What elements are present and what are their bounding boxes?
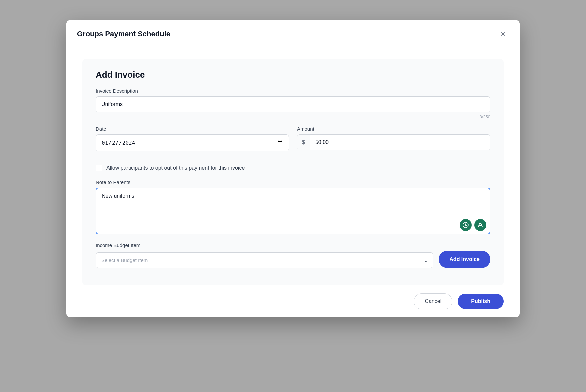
note-group: Note to Parents New uniforms!: [96, 179, 490, 236]
amount-label: Amount: [297, 126, 490, 132]
budget-select[interactable]: Select a Budget Item: [96, 252, 433, 268]
close-button[interactable]: ×: [497, 28, 509, 40]
form-card: Add Invoice Invoice Description 8/250 Da…: [82, 59, 504, 285]
amount-group: Amount $: [297, 126, 490, 151]
amount-wrapper: $: [297, 134, 490, 150]
close-icon: ×: [501, 29, 505, 39]
textarea-icons: [460, 219, 486, 231]
invoice-description-label: Invoice Description: [96, 88, 490, 94]
add-invoice-button[interactable]: Add Invoice: [439, 251, 490, 268]
svg-point-1: [465, 224, 466, 226]
modal-body: Add Invoice Invoice Description 8/250 Da…: [66, 48, 520, 285]
cancel-button[interactable]: Cancel: [414, 293, 452, 309]
opt-out-label: Allow participants to opt out of this pa…: [106, 165, 245, 171]
date-input[interactable]: [96, 134, 289, 151]
grammar-icon[interactable]: [474, 219, 486, 231]
invoice-description-group: Invoice Description 8/250: [96, 88, 490, 119]
amount-input[interactable]: [310, 135, 490, 150]
date-label: Date: [96, 126, 289, 132]
modal: Groups Payment Schedule × Add Invoice In…: [66, 20, 520, 317]
opt-out-checkbox[interactable]: [96, 165, 102, 171]
invoice-description-input[interactable]: [96, 96, 490, 112]
modal-title: Groups Payment Schedule: [77, 30, 170, 38]
textarea-wrapper: New uniforms!: [96, 188, 490, 236]
date-group: Date: [96, 126, 289, 151]
char-count: 8/250: [96, 114, 490, 119]
ai-icon[interactable]: [460, 219, 472, 231]
budget-row: Select a Budget Item ⌄ Add Invoice: [96, 251, 490, 268]
budget-label: Income Budget Item: [96, 242, 490, 248]
publish-button[interactable]: Publish: [458, 294, 504, 309]
section-title: Add Invoice: [96, 70, 490, 80]
modal-footer: Cancel Publish: [66, 285, 520, 317]
date-amount-row: Date Amount $: [96, 126, 490, 158]
modal-header: Groups Payment Schedule ×: [66, 20, 520, 48]
budget-select-wrapper: Select a Budget Item ⌄: [96, 252, 433, 268]
modal-overlay: Groups Payment Schedule × Add Invoice In…: [0, 0, 586, 392]
note-textarea[interactable]: New uniforms!: [96, 188, 490, 234]
budget-group: Income Budget Item Select a Budget Item …: [96, 242, 490, 268]
opt-out-checkbox-row: Allow participants to opt out of this pa…: [96, 165, 490, 171]
note-label: Note to Parents: [96, 179, 490, 185]
amount-prefix: $: [297, 135, 310, 150]
